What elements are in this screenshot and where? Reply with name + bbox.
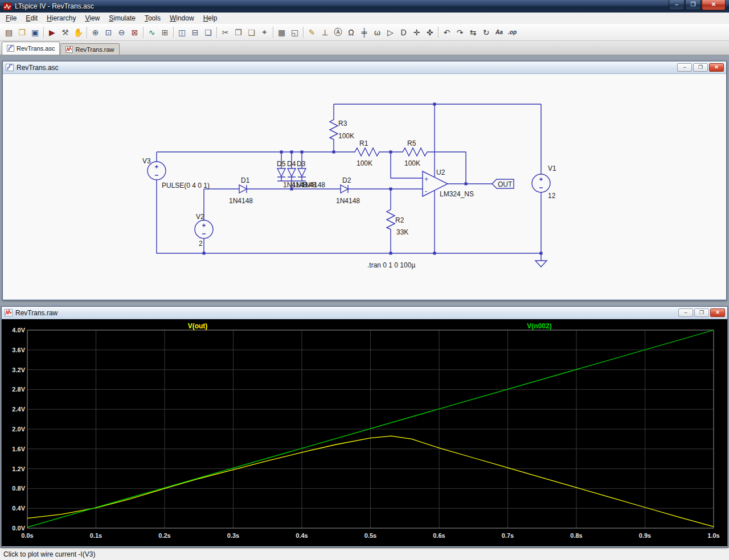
x-tick-label: 0.9s (639, 532, 651, 539)
halt-icon[interactable]: ✋ (72, 26, 85, 39)
net-label-icon[interactable]: Ⓐ (331, 26, 345, 39)
print-preview-icon[interactable]: ◱ (288, 26, 301, 39)
waveform-window-titlebar[interactable]: RevTrans.raw – ❐ ✕ (2, 307, 727, 319)
waveform-window-controls: – ❐ ✕ (677, 308, 725, 317)
zoom-in-icon[interactable]: ⊕ (89, 26, 102, 39)
app-logo-icon (3, 3, 12, 10)
place-component-icon[interactable]: D (397, 26, 410, 39)
waveform-plot-area[interactable]: 0.0s0.1s0.2s0.3s0.4s0.5s0.6s0.7s0.8s0.9s… (2, 319, 727, 546)
redo-icon[interactable]: ↷ (453, 26, 466, 39)
schematic-label: 100K (357, 159, 372, 167)
text-tool-icon[interactable]: Aa (493, 26, 506, 39)
schematic-label: 12 (548, 192, 556, 200)
menu-view[interactable]: View (80, 13, 104, 23)
schematic-label: U2 (436, 168, 445, 176)
window-titlebar[interactable]: LTspice IV - RevTrans.asc – ❐ ✕ (0, 0, 729, 13)
schematic-label: R5 (407, 139, 416, 147)
tile-vertically-icon[interactable]: ◫ (175, 26, 189, 39)
maximize-button[interactable]: ❐ (685, 0, 701, 10)
drag-icon[interactable]: ✜ (423, 26, 436, 39)
move-icon[interactable]: ✛ (410, 26, 423, 39)
waveform-window: RevTrans.raw – ❐ ✕ 0.0s0.1s0.2s0.3s0.4s0… (1, 306, 728, 547)
waveform-window-icon (5, 309, 13, 316)
paste-icon[interactable]: ❑ (245, 26, 258, 39)
menu-help[interactable]: Help (199, 13, 222, 23)
y-tick-label: 4.0V (12, 327, 25, 333)
spice-directive-icon[interactable]: .op (506, 26, 519, 39)
place-diode-icon[interactable]: ▷ (384, 26, 397, 39)
zoom-box-icon[interactable]: ⊡ (102, 26, 115, 39)
rotate-icon[interactable]: ↻ (480, 26, 493, 39)
place-inductor-icon[interactable]: ω (371, 26, 384, 39)
tab-label: RevTrans.asc (17, 45, 55, 52)
place-resistor-icon[interactable]: Ω (345, 26, 358, 39)
menu-simulate[interactable]: Simulate (104, 13, 140, 23)
control-panel-icon[interactable]: ⚒ (59, 26, 72, 39)
close-button[interactable]: ✕ (702, 0, 726, 10)
schematic-drawing: V3PULSE(0 4 0 1)V22D11N4148D5D4D31N41481… (3, 74, 726, 299)
document-tabbar: RevTrans.asc RevTrans.raw (0, 41, 729, 55)
toolbar-separator (143, 27, 144, 38)
y-tick-label: 0.0V (12, 525, 25, 532)
schematic-minimize-button[interactable]: – (677, 63, 692, 72)
schematic-label: V3 (142, 157, 151, 165)
zoom-full-extents-icon[interactable]: ⊠ (128, 26, 141, 39)
menu-edit[interactable]: Edit (21, 13, 42, 23)
schematic-tab-icon (7, 45, 14, 52)
menu-file[interactable]: File (1, 13, 21, 23)
x-tick-label: 0.4s (296, 532, 308, 539)
y-tick-label: 2.8V (12, 386, 25, 393)
schematic-window-titlebar[interactable]: RevTrans.asc – ❐ ✕ (3, 61, 726, 74)
y-tick-label: 0.8V (12, 485, 25, 492)
waveform-maximize-button[interactable]: ❐ (694, 308, 709, 317)
cascade-windows-icon[interactable]: ❏ (202, 26, 215, 39)
plot-background (2, 319, 727, 546)
schematic-label: 2 (199, 240, 203, 248)
new-schematic-icon[interactable]: ▤ (2, 26, 15, 39)
place-ground-icon[interactable]: ⊥ (318, 26, 331, 39)
autorange-y-axis-icon[interactable]: ∿ (145, 26, 158, 39)
schematic-window-title: RevTrans.asc (17, 64, 59, 72)
schematic-canvas[interactable]: V3PULSE(0 4 0 1)V22D11N4148D5D4D31N41481… (3, 74, 726, 299)
mirror-icon[interactable]: ⇆ (466, 26, 480, 39)
schematic-label: D1 (241, 176, 250, 184)
status-text: Click to plot wire current -I(V3) (3, 550, 95, 558)
draw-wire-icon[interactable]: ✎ (305, 26, 318, 39)
schematic-label: D4 (287, 160, 296, 168)
tab-revtrans-asc[interactable]: RevTrans.asc (2, 42, 60, 55)
y-tick-label: 3.2V (12, 367, 25, 373)
tab-label: RevTrans.raw (75, 46, 114, 53)
minimize-button[interactable]: – (669, 0, 685, 10)
print-icon[interactable]: ▦ (275, 26, 288, 39)
cut-icon[interactable]: ✂ (219, 26, 232, 39)
place-capacitor-icon[interactable]: ╪ (358, 26, 371, 39)
legend-vn002[interactable]: V(n002) (527, 322, 551, 330)
schematic-label: D2 (342, 176, 351, 184)
undo-icon[interactable]: ↶ (440, 26, 453, 39)
menu-tools[interactable]: Tools (140, 13, 165, 23)
schematic-label: R1 (359, 139, 368, 147)
schematic-label: R2 (395, 216, 404, 224)
waveform-close-button[interactable]: ✕ (710, 308, 725, 317)
tile-horizontally-icon[interactable]: ⊟ (189, 26, 202, 39)
mdi-area: RevTrans.asc – ❐ ✕ (0, 55, 729, 547)
add-plot-pane-icon[interactable]: ⊞ (158, 26, 171, 39)
x-tick-label: 0.1s (90, 532, 102, 539)
waveform-tab-icon (65, 46, 73, 53)
find-icon[interactable]: ⌖ (258, 26, 271, 39)
schematic-window: RevTrans.asc – ❐ ✕ (2, 61, 727, 300)
menu-hierarchy[interactable]: Hierarchy (42, 13, 80, 23)
waveform-plot: 0.0s0.1s0.2s0.3s0.4s0.5s0.6s0.7s0.8s0.9s… (2, 319, 727, 546)
open-file-icon[interactable]: ❒ (15, 26, 28, 39)
save-icon[interactable]: ▣ (28, 26, 42, 39)
zoom-out-icon[interactable]: ⊖ (115, 26, 128, 39)
waveform-minimize-button[interactable]: – (678, 308, 693, 317)
legend-vout[interactable]: V(out) (188, 322, 208, 330)
run-icon[interactable]: ▶ (46, 26, 59, 39)
tab-revtrans-raw[interactable]: RevTrans.raw (60, 43, 119, 55)
schematic-close-button[interactable]: ✕ (709, 63, 724, 72)
schematic-labels: V3PULSE(0 4 0 1)V22D11N4148D5D4D31N41481… (142, 120, 556, 269)
menu-window[interactable]: Window (165, 13, 199, 23)
schematic-maximize-button[interactable]: ❐ (693, 63, 708, 72)
copy-icon[interactable]: ❐ (232, 26, 245, 39)
